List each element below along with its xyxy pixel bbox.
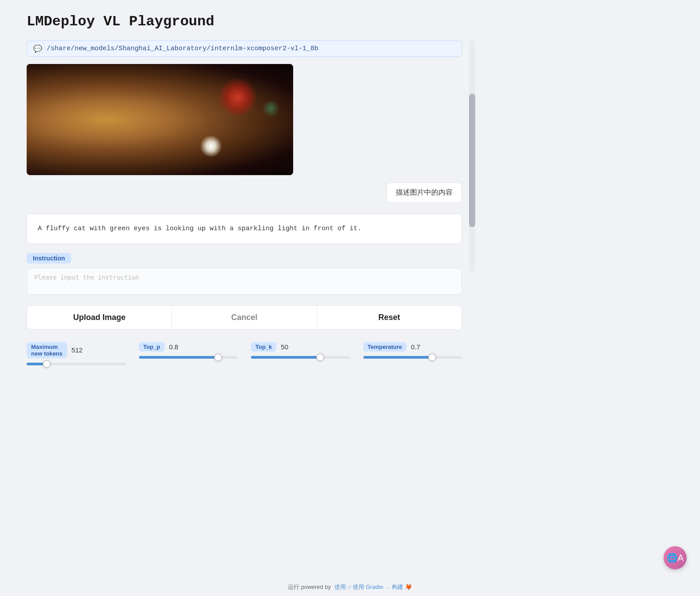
slider-max-tokens-thumb[interactable] [43, 360, 51, 368]
slider-max-tokens: Maximumnew tokens 512 [27, 342, 126, 365]
user-message-bubble: 描述图片中的内容 [386, 182, 462, 203]
user-message-row: 描述图片中的内容 [27, 182, 462, 203]
uploaded-image [27, 64, 293, 175]
slider-top-k-value: 50 [281, 343, 288, 351]
instruction-section: Instruction [27, 253, 462, 296]
slider-temperature-track[interactable] [363, 356, 462, 359]
slider-temperature-label: Temperature [363, 342, 407, 352]
footer-text: 运行 powered by [288, 583, 331, 591]
slider-top-k: Top_k 50 [251, 342, 350, 359]
slider-top-k-label: Top_k [251, 342, 276, 352]
cancel-button[interactable]: Cancel [172, 306, 317, 329]
slider-max-tokens-value: 512 [72, 346, 83, 354]
scrollbar-track[interactable] [469, 40, 475, 272]
model-path-bar: 💬 /share/new_models/Shanghai_AI_Laborato… [27, 40, 462, 57]
slider-temperature: Temperature 0.7 [363, 342, 462, 359]
slider-top-k-thumb[interactable] [316, 353, 324, 361]
slider-temperature-thumb[interactable] [428, 353, 436, 361]
slider-temperature-fill [363, 356, 433, 359]
slider-top-k-fill [251, 356, 320, 359]
slider-top-k-track[interactable] [251, 356, 350, 359]
slider-temperature-value: 0.7 [411, 343, 420, 351]
slider-top-p-thumb[interactable] [214, 353, 222, 361]
page-title: LMDeploy VL Playground [27, 13, 462, 30]
slider-top-p-value: 0.8 [169, 343, 179, 351]
slider-top-p: Top_p 0.8 [139, 342, 238, 359]
assistant-message: A fluffy cat with green eyes is looking … [27, 214, 462, 244]
slider-top-p-label: Top_p [139, 342, 165, 352]
cat-image-visual [27, 64, 293, 175]
slider-max-tokens-label: Maximumnew tokens [27, 342, 67, 358]
footer-separator: · [387, 584, 389, 591]
model-path-text: /share/new_models/Shanghai_AI_Laboratory… [47, 45, 318, 52]
chat-icon: 💬 [33, 44, 42, 53]
instruction-label: Instruction [27, 253, 71, 264]
action-button-row: Upload Image Cancel Reset [27, 305, 462, 330]
translate-icon: 🌐A [667, 552, 684, 563]
instruction-input[interactable] [27, 268, 462, 295]
slider-top-p-track[interactable] [139, 356, 238, 359]
footer-bar: 运行 powered by 使用 ○ 使用 Gradio · 构建 🦊 [0, 578, 700, 596]
scrollbar-thumb[interactable] [469, 94, 475, 227]
reset-button[interactable]: Reset [317, 306, 461, 329]
slider-top-p-fill [139, 356, 218, 359]
footer-link-build[interactable]: 构建 🦊 [392, 583, 412, 591]
upload-image-button[interactable]: Upload Image [27, 306, 172, 329]
floating-translate-button[interactable]: 🌐A [664, 546, 687, 569]
slider-max-tokens-track[interactable] [27, 363, 126, 365]
footer-link-gradio[interactable]: 使用 ○ 使用 Gradio [334, 583, 383, 591]
sliders-grid: Maximumnew tokens 512 Top_p 0.8 Top_k [27, 342, 462, 365]
